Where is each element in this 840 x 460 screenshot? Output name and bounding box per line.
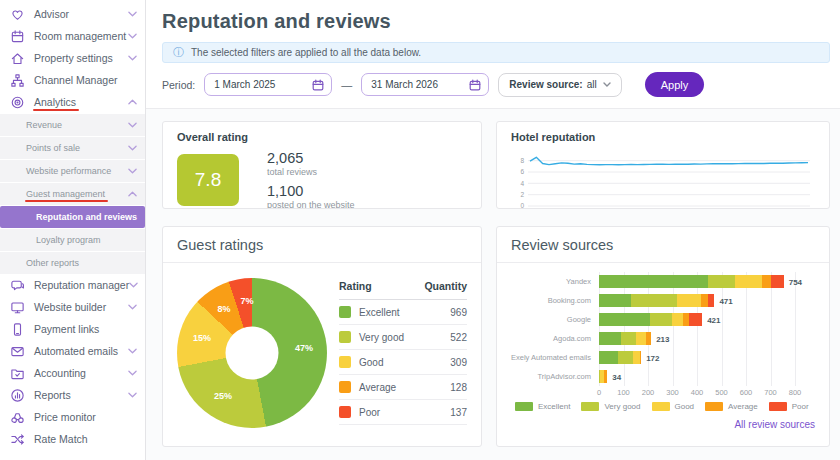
guest-ratings-table: Rating Quantity Excellent969Very good522… <box>339 275 467 428</box>
review-source-dropdown[interactable]: Review source: all <box>498 73 621 97</box>
sidebar-item-label: Website performance <box>26 166 111 176</box>
sidebar-item-label: Rate Match <box>34 433 88 445</box>
rating-swatch <box>339 356 351 368</box>
svg-text:0: 0 <box>520 202 524 209</box>
sidebar-item-guest-management[interactable]: Guest management <box>0 183 145 205</box>
price-monitor-icon <box>10 410 25 425</box>
chevron-up-icon <box>128 191 137 197</box>
bar-segment-excellent <box>599 332 621 345</box>
rate-match-icon <box>10 432 25 447</box>
legend-item-good: Good <box>652 402 695 411</box>
bar-row-google: Google421 <box>511 310 815 329</box>
chevron-down-icon <box>128 304 137 310</box>
calendar-icon[interactable] <box>312 79 324 91</box>
bar-segment-excellent <box>599 313 650 326</box>
svg-text:4: 4 <box>520 180 524 187</box>
sidebar-item-website-builder[interactable]: Website builder <box>0 296 145 318</box>
chevron-down-icon <box>128 348 137 354</box>
sidebar-item-payment-links[interactable]: Payment links <box>0 318 145 340</box>
property-settings-icon <box>10 51 25 66</box>
calendar-icon[interactable] <box>469 79 481 91</box>
sidebar-item-label: Website builder <box>34 301 106 313</box>
bar-row-yandex: Yandex754 <box>511 272 815 291</box>
rating-row-poor: Poor137 <box>339 400 467 425</box>
sidebar-item-property-settings[interactable]: Property settings <box>0 47 145 69</box>
sidebar-item-reputation-manager[interactable]: Reputation manager <box>0 274 145 296</box>
date-from-field[interactable]: 1 March 2025 <box>204 73 332 96</box>
hotel-reputation-title: Hotel reputation <box>511 131 815 143</box>
sidebar-item-automated-emails[interactable]: Automated emails <box>0 340 145 362</box>
bar-category-label: Booking.com <box>511 296 599 305</box>
sidebar-item-loyalty-program[interactable]: Loyalty program <box>0 229 145 251</box>
sidebar-item-advisor[interactable]: Advisor <box>0 3 145 25</box>
bar-total-label: 172 <box>646 353 659 362</box>
sidebar-item-website-performance[interactable]: Website performance <box>0 160 145 182</box>
main-content: Reputation and reviews ⓘ The selected fi… <box>146 0 840 460</box>
x-axis-tick: 400 <box>691 388 704 397</box>
date-from-value: 1 March 2025 <box>214 79 275 90</box>
info-icon: ⓘ <box>173 47 184 58</box>
sidebar-item-points-of-sale[interactable]: Points of sale <box>0 137 145 159</box>
sidebar-item-channel-manager[interactable]: Channel Manager <box>0 69 145 91</box>
chevron-down-icon <box>128 168 137 174</box>
bar-segment-good <box>735 275 762 288</box>
legend-label: Good <box>675 402 695 411</box>
legend-item-poor: Poor <box>769 402 809 411</box>
sidebar-item-reputation-and-reviews[interactable]: Reputation and reviews <box>0 206 145 228</box>
accounting-icon <box>10 366 25 381</box>
chevron-down-icon <box>128 122 137 128</box>
rating-row-excellent: Excellent969 <box>339 300 467 325</box>
sidebar-item-label: Other reports <box>26 258 79 268</box>
bar-segment-good <box>672 313 683 326</box>
guest-ratings-card: Guest ratings 47%25%15%8%7% Rating Quant… <box>162 226 482 447</box>
pie-percent-label: 15% <box>193 333 211 343</box>
pie-percent-label: 25% <box>214 391 232 401</box>
red-underline-annotation <box>33 109 79 112</box>
review-sources-chart: Yandex754Booking.com471Google421Agoda.co… <box>511 272 815 386</box>
rating-label: Poor <box>359 407 450 418</box>
pie-percent-label: 47% <box>295 343 313 353</box>
sidebar-item-reports[interactable]: Reports <box>0 384 145 406</box>
dashboard-grid: Overall rating 7.8 2,065 total reviews 1… <box>146 108 840 460</box>
chevron-down-icon <box>129 282 138 288</box>
rating-swatch <box>339 406 351 418</box>
apply-button[interactable]: Apply <box>645 72 705 97</box>
bar-category-label: Exely Automated emails <box>511 353 599 362</box>
bar-segment-poor <box>771 275 784 288</box>
x-axis-ticks: 0100200300400500600700800 <box>599 386 795 399</box>
bar-row-tripadvisor-com: TripAdvisor.com34 <box>511 367 815 386</box>
sidebar-item-accounting[interactable]: Accounting <box>0 362 145 384</box>
x-axis-tick: 500 <box>715 388 728 397</box>
bar-total-label: 754 <box>789 277 802 286</box>
sidebar-item-rate-match[interactable]: Rate Match <box>0 428 145 450</box>
bar-segment-very-good <box>621 332 636 345</box>
sidebar-item-revenue[interactable]: Revenue <box>0 114 145 136</box>
legend-swatch <box>515 402 533 411</box>
review-source-label: Review source: <box>509 79 582 90</box>
sidebar-item-analytics[interactable]: Analytics <box>0 91 145 113</box>
svg-text:2: 2 <box>520 191 524 198</box>
x-axis-tick: 800 <box>789 388 802 397</box>
page-title: Reputation and reviews <box>162 10 824 33</box>
bar-row-agoda-com: Agoda.com213 <box>511 329 815 348</box>
all-review-sources-link[interactable]: All review sources <box>734 419 815 430</box>
chevron-down-icon <box>128 11 137 17</box>
sidebar-item-label: Guest management <box>26 189 105 199</box>
hotel-reputation-card: Hotel reputation 02468 <box>496 121 830 209</box>
analytics-icon <box>10 95 25 110</box>
legend-swatch <box>769 402 787 411</box>
rating-swatch <box>339 331 351 343</box>
chevron-down-icon <box>128 55 137 61</box>
website-builder-icon <box>10 300 25 315</box>
x-axis-tick: 700 <box>764 388 777 397</box>
hotel-reputation-chart: 02468 <box>511 150 815 209</box>
rating-swatch <box>339 306 351 318</box>
rating-quantity: 137 <box>450 407 467 418</box>
sidebar-item-price-monitor[interactable]: Price monitor <box>0 406 145 428</box>
sidebar-item-room-management[interactable]: Room management <box>0 25 145 47</box>
chevron-up-icon <box>128 99 137 105</box>
date-to-field[interactable]: 31 March 2026 <box>361 73 489 96</box>
rating-swatch <box>339 381 351 393</box>
sidebar-item-label: Reputation manager <box>34 279 129 291</box>
sidebar-item-other-reports[interactable]: Other reports <box>0 252 145 274</box>
